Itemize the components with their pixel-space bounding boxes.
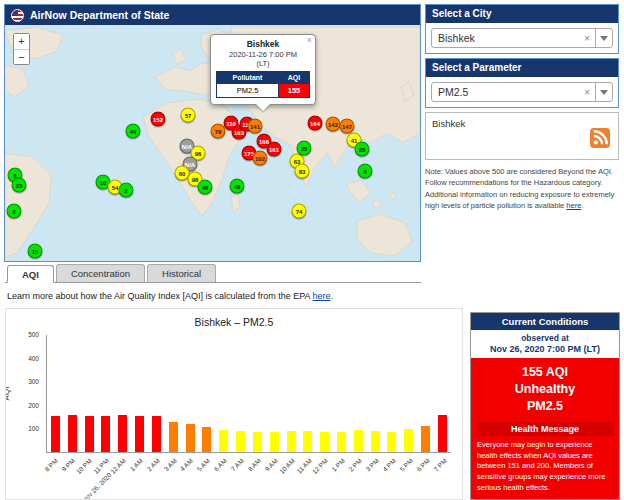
current-pollutant: PM2.5 [477,398,613,415]
chart-bar[interactable] [202,427,211,452]
chart-plot [46,335,451,453]
chart-bar-slot [64,335,81,452]
learn-text: Learn more about how the Air Quality Ind… [7,291,313,301]
popup-tail [256,104,270,111]
aqi-map-marker[interactable]: 147 [340,119,355,134]
chart-bar[interactable] [101,416,110,452]
world-map[interactable]: + − 023215105424415257791101631121411661… [5,25,420,261]
chart-bar[interactable] [68,415,77,452]
tab-historical[interactable]: Historical [147,264,216,282]
chart-bar-slot [299,335,316,452]
tab-concentration[interactable]: Concentration [56,264,145,282]
chart-bar[interactable] [169,422,178,452]
rss-city-label: Bishkek [432,118,465,129]
select-city-panel: Select a City Bishkek × [425,4,619,54]
chart-bar-slot [266,335,283,452]
chart-xlabels: 8 PM9 PM10 PM11 PMNov 26, 2020 12 AM1 AM… [46,455,451,500]
aqi-map-marker[interactable]: 8 [358,164,373,179]
chart-bar[interactable] [85,416,94,452]
health-message-text: Everyone may begin to experience health … [477,440,613,494]
chart-bar-slot [417,335,434,452]
map-panel: AirNow Department of State [4,4,421,262]
aqi-map-marker[interactable]: 102 [253,151,268,166]
chart-bar[interactable] [337,432,346,452]
aqi-map-marker[interactable]: 164 [308,116,323,131]
parameter-select-value: PM2.5 [432,86,579,98]
popup-close-icon[interactable]: × [307,35,312,45]
aqi-map-marker[interactable]: 74 [292,204,307,219]
chart-bar[interactable] [270,432,279,452]
page: AirNow Department of State [0,0,624,500]
observed-at-label: observed at [473,333,617,343]
chart-title: Bishkek – PM2.5 [6,316,462,328]
aqi-map-marker[interactable]: 57 [181,108,196,123]
learn-link[interactable]: here [313,291,331,301]
aqi-map-marker[interactable]: 25 [355,142,370,157]
chart-bar[interactable] [253,432,262,452]
select-parameter-header: Select a Parameter [426,59,618,77]
chart-bar[interactable] [387,432,396,452]
popup-table: Pollutant AQI PM2.5 155 [216,71,310,98]
current-aqi-category: Unhealthy [477,381,613,398]
aqi-map-marker[interactable]: 161 [267,142,282,157]
aqi-map-marker[interactable]: 46 [198,180,213,195]
chart-bar[interactable] [287,431,296,452]
current-conditions-panel: Current Conditions observed at Nov 26, 2… [470,312,620,500]
aqi-map-marker[interactable]: 48 [230,179,245,194]
chart-bar-slot [367,335,384,452]
parameter-dropdown-arrow-box[interactable] [595,83,612,101]
chart-bar[interactable] [421,426,430,452]
chart-bar[interactable] [303,431,312,452]
rss-icon[interactable] [590,128,610,148]
learn-more-line: Learn more about how the Air Quality Ind… [7,291,333,301]
city-dropdown-arrow-box[interactable] [595,29,612,47]
note-link[interactable]: here [566,201,581,210]
aqi-map-marker[interactable]: 2 [119,183,134,198]
chart-bar-slot [232,335,249,452]
parameter-clear-icon[interactable]: × [579,87,595,98]
chart-bar[interactable] [438,415,447,452]
chart-bar[interactable] [320,432,329,452]
city-select[interactable]: Bishkek × [431,28,613,48]
select-city-header: Select a City [426,5,618,23]
aqi-map-marker[interactable]: 152 [151,112,166,127]
popup-datetime: 2020-11-26 7:00 PM [216,50,310,59]
chart-bar-slot [148,335,165,452]
chevron-down-icon [600,36,608,41]
chart-bar[interactable] [404,429,413,452]
aqi-map-marker[interactable]: 83 [295,164,310,179]
app-title: AirNow Department of State [30,9,169,21]
us-flag-icon [11,9,24,22]
chart-bar[interactable] [236,431,245,452]
chart-bar-slot [182,335,199,452]
chart-bar[interactable] [219,430,228,452]
chart-bar[interactable] [51,416,60,452]
aqi-map-marker[interactable]: 15 [28,244,43,259]
chart-bar[interactable] [354,430,363,452]
chart-bar[interactable] [118,415,127,452]
aqi-map-marker[interactable]: 2 [7,204,22,219]
aqi-map-marker[interactable]: 142 [326,117,341,132]
chart-bar[interactable] [135,416,144,452]
aqi-status-block: 155 AQI Unhealthy PM2.5 Health Message E… [471,358,619,500]
chart-y-tick-label: 400 [28,355,39,362]
chart-tabs: AQI Concentration Historical [5,264,421,283]
popup-lt: (LT) [216,59,310,68]
zoom-out-button[interactable]: − [14,49,29,64]
aqi-map-marker[interactable]: 25 [297,141,312,156]
tab-aqi[interactable]: AQI [7,265,54,283]
observed-section: observed at Nov 26, 2020 7:00 PM (LT) [471,330,619,358]
chart-bar[interactable] [152,416,161,452]
chart-bar-slot [434,335,451,452]
chart-bar[interactable] [371,431,380,452]
aqi-map-marker[interactable]: 141 [248,119,263,134]
aqi-map-marker[interactable]: 44 [126,124,141,139]
select-parameter-panel: Select a Parameter PM2.5 × [425,58,619,108]
chart-bar-slot [249,335,266,452]
parameter-select[interactable]: PM2.5 × [431,82,613,102]
city-clear-icon[interactable]: × [579,33,595,44]
aqi-map-marker[interactable]: 23 [12,178,27,193]
chevron-down-icon [600,90,608,95]
chart-bar[interactable] [186,424,195,452]
zoom-in-button[interactable]: + [14,34,29,49]
